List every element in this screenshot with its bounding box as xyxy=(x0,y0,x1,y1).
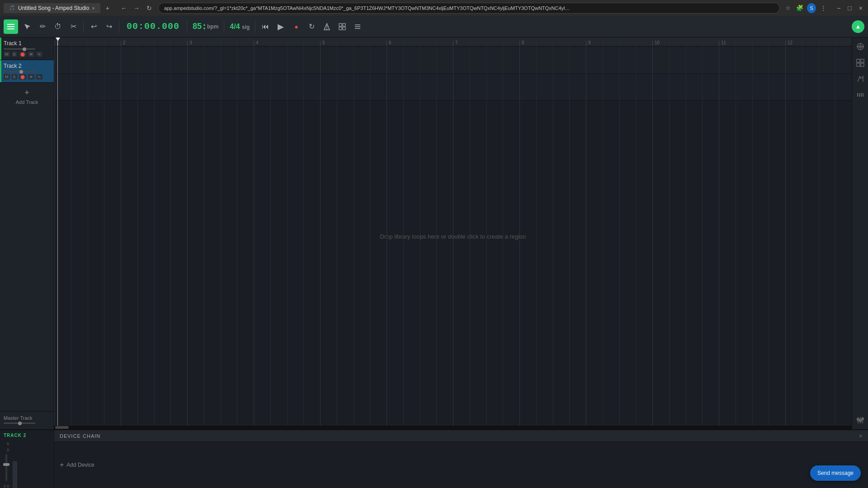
bookmark-star-icon[interactable]: ☆ xyxy=(783,4,793,13)
level-meter xyxy=(13,461,17,488)
track-1-eq-btn[interactable]: ≋ xyxy=(28,52,34,57)
svg-rect-13 xyxy=(857,63,860,66)
svg-point-22 xyxy=(857,418,859,421)
browse-icon[interactable] xyxy=(855,41,866,52)
metronome-btn[interactable] xyxy=(321,20,333,33)
toolbar: ✏ ⏱ ✂ ↩ ↪ 00:00.000 85 ▲▼ bpm 4/4 sig ⏮ … xyxy=(0,16,868,38)
svg-rect-5 xyxy=(343,27,345,30)
send-message-btn[interactable]: Send message xyxy=(810,465,861,481)
back-btn[interactable]: ← xyxy=(118,3,129,14)
app-container: ✏ ⏱ ✂ ↩ ↪ 00:00.000 85 ▲▼ bpm 4/4 sig ⏮ … xyxy=(0,16,868,488)
bottom-mixer: 8 8 8 8 xyxy=(4,441,50,488)
right-sidebar xyxy=(852,38,868,429)
cut-tool-btn[interactable]: ✂ xyxy=(67,20,80,33)
forward-btn[interactable]: → xyxy=(131,3,142,14)
track-1-mute-btn[interactable]: M xyxy=(4,52,10,57)
track-item-1[interactable]: Track 1 M S ⬤ ≋ ∿ xyxy=(0,38,54,60)
scrollbar-thumb[interactable] xyxy=(55,426,69,429)
track-1-auto-btn[interactable]: ∿ xyxy=(36,52,42,57)
sep1 xyxy=(83,20,84,33)
close-win-btn[interactable]: × xyxy=(857,4,864,13)
bpm-display[interactable]: 85 ▲▼ bpm xyxy=(193,22,218,31)
window-controls: − □ × xyxy=(835,4,864,13)
track-1-arm-btn[interactable]: ⬤ xyxy=(19,52,26,57)
play-btn[interactable]: ▶ xyxy=(274,20,287,33)
track-1-volume-slider[interactable] xyxy=(4,48,35,50)
bpm-arrows[interactable]: ▲▼ xyxy=(203,23,206,31)
device-chain-content[interactable]: + Add Device xyxy=(54,442,868,488)
time-display: 00:00.000 xyxy=(127,21,179,32)
svg-rect-18 xyxy=(863,93,863,97)
timeline-ruler[interactable]: 123456789101112 xyxy=(54,38,852,47)
maximize-btn[interactable]: □ xyxy=(846,4,853,13)
arrange-btn[interactable] xyxy=(351,20,364,33)
mixer-icon[interactable] xyxy=(855,415,866,426)
svg-rect-3 xyxy=(343,23,345,26)
track-1-name: Track 1 xyxy=(4,40,50,47)
grid-icon[interactable] xyxy=(855,57,866,68)
settings-icon[interactable]: ⋮ xyxy=(819,4,828,13)
track-1-controls: M S ⬤ ≋ ∿ xyxy=(4,52,50,57)
time-tool-btn[interactable]: ⏱ xyxy=(52,20,64,33)
record-btn[interactable]: ● xyxy=(290,20,302,33)
track-2-controls: M S ⬤ ≋ ∿ xyxy=(4,74,50,80)
master-track-name: Master Track xyxy=(4,415,50,421)
track-panel: Track 1 M S ⬤ ≋ ∿ Track 2 xyxy=(0,38,54,429)
track-2-volume-slider[interactable] xyxy=(4,71,35,72)
horizontal-scrollbar[interactable] xyxy=(54,426,852,429)
quantize-btn[interactable] xyxy=(336,20,349,33)
address-bar[interactable]: app.ampedstudio.com/?_gl=1*zkt20c*_ga*MT… xyxy=(158,3,780,14)
svg-point-24 xyxy=(861,418,863,420)
add-device-btn[interactable]: + Add Device xyxy=(60,461,94,469)
user-avatar[interactable]: ▲ xyxy=(852,20,864,33)
undo-btn[interactable]: ↩ xyxy=(87,20,100,33)
select-tool-btn[interactable] xyxy=(21,20,33,33)
add-device-label: Add Device xyxy=(66,462,94,468)
track-item-2[interactable]: Track 2 M S ⬤ ≋ ∿ xyxy=(0,60,54,83)
add-track-btn[interactable]: + Add Track xyxy=(0,83,54,110)
fader-track[interactable] xyxy=(5,454,7,481)
master-volume-slider[interactable] xyxy=(4,422,35,424)
instrument-icon[interactable] xyxy=(855,74,866,84)
profile-icon[interactable]: S xyxy=(807,4,816,13)
redo-btn[interactable]: ↪ xyxy=(103,20,115,33)
track-2-auto-btn[interactable]: ∿ xyxy=(36,74,42,80)
time-sig-display[interactable]: 4/4 sig xyxy=(230,23,250,31)
bottom-device-chain: DEVICE CHAIN × + Add Device xyxy=(54,430,868,488)
new-tab-btn[interactable]: + xyxy=(102,3,113,14)
skip-back-btn[interactable]: ⏮ xyxy=(259,20,272,33)
track-1-solo-btn[interactable]: S xyxy=(12,52,17,57)
pencil-tool-btn[interactable]: ✏ xyxy=(36,20,49,33)
url-text: app.ampedstudio.com/?_gl=1*zkt20c*_ga*MT… xyxy=(164,5,571,11)
track-2-mute-btn[interactable]: M xyxy=(4,74,10,80)
extensions-icon[interactable]: 🧩 xyxy=(795,4,804,13)
svg-rect-17 xyxy=(861,93,862,97)
add-track-label: Add Track xyxy=(16,99,38,105)
minimize-btn[interactable]: − xyxy=(835,4,842,13)
browser-nav: ← → ↻ xyxy=(118,3,155,14)
tab-bar: 🎵 Untitled Song - Amped Studio × + xyxy=(4,3,113,14)
tab-close-btn[interactable]: × xyxy=(92,5,94,11)
loop-btn[interactable]: ↻ xyxy=(305,20,318,33)
reload-btn[interactable]: ↻ xyxy=(144,3,155,14)
midi-icon[interactable] xyxy=(855,90,866,101)
sep2 xyxy=(119,20,119,33)
device-chain-close-btn[interactable]: × xyxy=(859,432,863,440)
tracks-canvas[interactable]: Drop library loops here or double click … xyxy=(54,47,852,426)
track-2-solo-btn[interactable]: S xyxy=(12,74,17,80)
tab-favicon: 🎵 xyxy=(9,5,15,11)
svg-rect-4 xyxy=(339,27,342,30)
fader-channel: 8 8 8 8 xyxy=(4,441,9,488)
fader-handle[interactable] xyxy=(3,463,9,466)
bottom-track-label: TRACK 2 xyxy=(4,433,50,438)
bpm-value: 85 xyxy=(193,22,202,31)
track-2-eq-btn[interactable]: ≋ xyxy=(28,74,34,80)
sep4 xyxy=(224,20,224,33)
browser-actions: ☆ 🧩 S ⋮ xyxy=(783,4,828,13)
menu-button[interactable] xyxy=(4,19,18,34)
svg-point-23 xyxy=(859,420,861,422)
svg-rect-11 xyxy=(857,59,860,62)
add-device-icon: + xyxy=(60,461,64,469)
active-tab[interactable]: 🎵 Untitled Song - Amped Studio × xyxy=(4,3,100,13)
track-2-arm-btn[interactable]: ⬤ xyxy=(19,74,26,80)
